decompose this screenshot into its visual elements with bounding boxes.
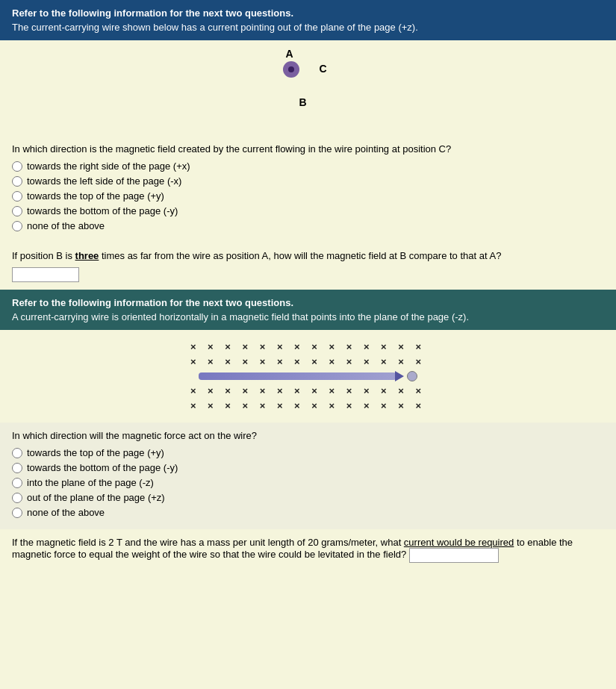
radio-top-y-q3[interactable] bbox=[12, 448, 22, 458]
question-2-bold: three bbox=[75, 250, 99, 261]
question-2-text: If position B is three times as far from… bbox=[12, 250, 604, 261]
wire-row bbox=[0, 371, 616, 381]
question-4-prefix: If the magnetic field is 2 T and the wir… bbox=[12, 537, 404, 548]
option-bottom-y-label: towards the bottom of the page (-y) bbox=[27, 205, 178, 216]
option-top-y-q3-label: towards the top of the page (+y) bbox=[27, 447, 164, 458]
question-2-suffix: times as far from the wire as position A… bbox=[99, 250, 501, 261]
wire-bar bbox=[199, 372, 396, 380]
wire-current-dot-inner bbox=[288, 66, 294, 72]
info-box-2: Refer to the following information for t… bbox=[0, 290, 616, 330]
wire-diagram-section: A C B bbox=[0, 40, 616, 136]
x-field-diagram: × × × × × × × × × × × × × × × × × × × × … bbox=[0, 330, 616, 423]
info-box-1-subtitle: The current-carrying wire shown below ha… bbox=[12, 22, 604, 33]
x-row-4: × × × × × × × × × × × × × × bbox=[0, 400, 616, 411]
option-into-z-q3-label: into the plane of the page (-z) bbox=[27, 477, 154, 488]
option-none-above-q3: none of the above bbox=[12, 507, 604, 518]
option-bottom-y-q3-label: towards the bottom of the page (-y) bbox=[27, 462, 178, 473]
info-box-2-subtitle: A current-carrying wire is oriented hori… bbox=[12, 311, 604, 322]
question-1-text: In which direction is the magnetic field… bbox=[12, 143, 604, 155]
radio-bottom-y[interactable] bbox=[12, 206, 22, 216]
x-row-2: × × × × × × × × × × × × × × bbox=[0, 356, 616, 367]
question-4-answer-input[interactable] bbox=[409, 548, 499, 563]
radio-left-x[interactable] bbox=[12, 176, 22, 187]
label-a: A bbox=[286, 48, 293, 60]
wire-end bbox=[407, 371, 417, 381]
radio-into-z-q3[interactable] bbox=[12, 478, 22, 488]
option-top-y: towards the top of the page (+y) bbox=[12, 190, 604, 202]
wire-arrowhead bbox=[395, 371, 404, 381]
radio-bottom-y-q3[interactable] bbox=[12, 463, 22, 473]
option-bottom-y: towards the bottom of the page (-y) bbox=[12, 205, 604, 216]
info-box-2-title: Refer to the following information for t… bbox=[12, 297, 293, 308]
option-top-y-label: towards the top of the page (+y) bbox=[27, 190, 164, 202]
info-box-1-title: Refer to the following information for t… bbox=[12, 7, 293, 19]
option-none-above-q1-label: none of the above bbox=[27, 220, 105, 231]
wire-diagram: A C B bbox=[234, 48, 383, 126]
radio-none-above-q3[interactable] bbox=[12, 508, 22, 518]
question-2-answer-input[interactable] bbox=[12, 267, 79, 282]
option-out-z-q3-label: out of the plane of the page (+z) bbox=[27, 492, 165, 503]
question-3-section: In which direction will the magnetic for… bbox=[0, 423, 616, 529]
label-b: B bbox=[299, 96, 307, 108]
question-4-underline: current would be required bbox=[404, 537, 514, 548]
option-none-above-q3-label: none of the above bbox=[27, 507, 105, 518]
question-4-section: If the magnetic field is 2 T and the wir… bbox=[0, 529, 616, 570]
radio-out-z-q3[interactable] bbox=[12, 493, 22, 503]
question-3-text: In which direction will the magnetic for… bbox=[12, 430, 604, 441]
option-top-y-q3: towards the top of the page (+y) bbox=[12, 447, 604, 458]
radio-none-above-q1[interactable] bbox=[12, 221, 22, 231]
option-into-z-q3: into the plane of the page (-z) bbox=[12, 477, 604, 488]
radio-right-x[interactable] bbox=[12, 161, 22, 172]
label-c: C bbox=[320, 63, 327, 75]
option-out-z-q3: out of the plane of the page (+z) bbox=[12, 492, 604, 503]
wire-current-dot bbox=[283, 61, 299, 78]
radio-top-y[interactable] bbox=[12, 191, 22, 202]
option-left-x: towards the left side of the page (-x) bbox=[12, 175, 604, 187]
option-none-above-q1: none of the above bbox=[12, 220, 604, 231]
x-row-3: × × × × × × × × × × × × × × bbox=[0, 385, 616, 396]
option-left-x-label: towards the left side of the page (-x) bbox=[27, 175, 181, 187]
question-1-section: In which direction is the magnetic field… bbox=[0, 136, 616, 243]
x-row-1: × × × × × × × × × × × × × × bbox=[0, 341, 616, 352]
question-2-section: If position B is three times as far from… bbox=[0, 243, 616, 290]
info-box-1: Refer to the following information for t… bbox=[0, 0, 616, 40]
option-right-x-label: towards the right side of the page (+x) bbox=[27, 160, 190, 172]
question-2-prefix: If position B is bbox=[12, 250, 75, 261]
option-right-x: towards the right side of the page (+x) bbox=[12, 160, 604, 172]
option-bottom-y-q3: towards the bottom of the page (-y) bbox=[12, 462, 604, 473]
